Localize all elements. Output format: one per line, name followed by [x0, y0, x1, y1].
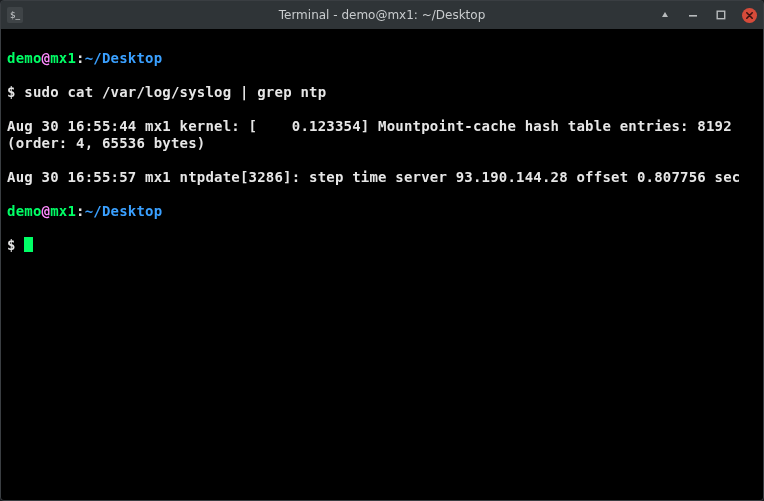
- output-line-1: Aug 30 16:55:44 mx1 kernel: [ 0.123354] …: [7, 118, 757, 152]
- prompt-user: demo: [7, 203, 42, 219]
- command-text: sudo cat /var/log/syslog | grep ntp: [24, 84, 326, 100]
- keep-on-top-icon[interactable]: [658, 8, 672, 22]
- active-prompt[interactable]: $: [7, 237, 757, 254]
- minimize-button[interactable]: [686, 8, 700, 22]
- cursor-block: [24, 237, 33, 252]
- output-line-2: Aug 30 16:55:57 mx1 ntpdate[3286]: step …: [7, 169, 757, 186]
- prompt-colon: :: [76, 50, 85, 66]
- terminal-app-icon: $_: [7, 7, 23, 23]
- svg-rect-0: [689, 15, 697, 17]
- svg-rect-1: [717, 11, 725, 19]
- prompt-host: mx1: [50, 203, 76, 219]
- prompt-cwd: ~/Desktop: [85, 50, 163, 66]
- prompt-at: @: [42, 203, 51, 219]
- maximize-button[interactable]: [714, 8, 728, 22]
- prompt-cwd: ~/Desktop: [85, 203, 163, 219]
- terminal-body[interactable]: demo@mx1:~/Desktop $ sudo cat /var/log/s…: [1, 29, 763, 500]
- prompt-symbol: $: [7, 237, 24, 253]
- window-controls: [658, 8, 757, 23]
- prompt-colon: :: [76, 203, 85, 219]
- prompt-at: @: [42, 50, 51, 66]
- window-title: Terminal - demo@mx1: ~/Desktop: [279, 8, 486, 22]
- close-button[interactable]: [742, 8, 757, 23]
- prompt-line-1: demo@mx1:~/Desktop: [7, 50, 757, 67]
- prompt-host: mx1: [50, 50, 76, 66]
- prompt-symbol: $: [7, 84, 24, 100]
- prompt-user: demo: [7, 50, 42, 66]
- terminal-window: $_ Terminal - demo@mx1: ~/Desktop demo@m…: [0, 0, 764, 501]
- command-line: $ sudo cat /var/log/syslog | grep ntp: [7, 84, 757, 101]
- prompt-line-2: demo@mx1:~/Desktop: [7, 203, 757, 220]
- titlebar[interactable]: $_ Terminal - demo@mx1: ~/Desktop: [1, 1, 763, 29]
